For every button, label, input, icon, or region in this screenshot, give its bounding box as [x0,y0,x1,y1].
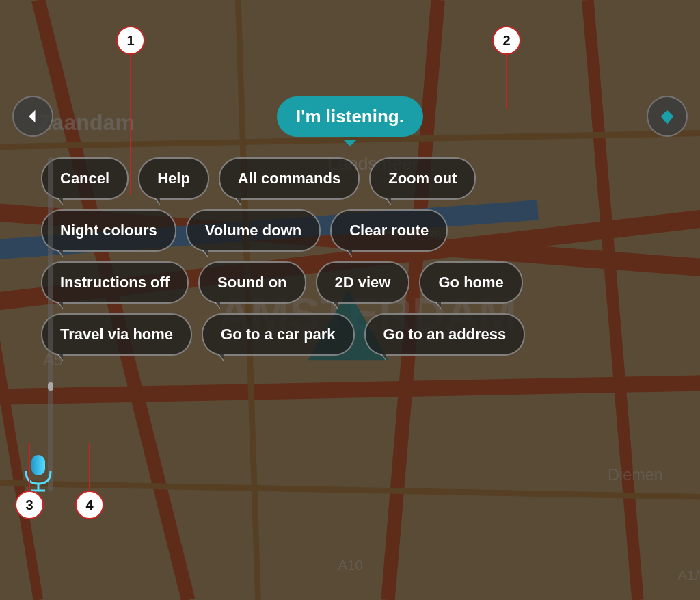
all-commands-button[interactable]: All commands [219,157,360,200]
cancel-button[interactable]: Cancel [41,157,129,200]
ann-line-3 [29,443,30,491]
location-button[interactable] [647,96,688,137]
2d-view-button[interactable]: 2D view [316,261,410,304]
zoom-out-button[interactable]: Zoom out [369,157,476,200]
annotation-3: 3 [15,491,44,519]
go-to-address-button[interactable]: Go to an address [364,313,526,356]
sound-on-button[interactable]: Sound on [198,261,306,304]
ann-line-2 [506,55,507,109]
annotation-2: 2 [492,26,521,55]
instructions-off-button[interactable]: Instructions off [41,261,189,304]
annotation-4: 4 [75,491,104,519]
command-row-4: Travel via home Go to a car park Go to a… [41,313,659,356]
annotation-1: 1 [116,26,145,55]
ann-line-1 [130,55,131,195]
travel-via-home-button[interactable]: Travel via home [41,313,192,356]
clear-route-button[interactable]: Clear route [330,209,448,252]
ann-line-4 [89,443,90,491]
help-button[interactable]: Help [138,157,209,200]
listening-bubble: I'm listening. [277,96,423,137]
command-row-3: Instructions off Sound on 2D view Go hom… [41,261,659,304]
voice-command-overlay: I'm listening. Cancel Help All commands … [0,0,700,600]
commands-grid: Cancel Help All commands Zoom out Night … [41,157,659,365]
go-to-car-park-button[interactable]: Go to a car park [202,313,355,356]
nav-bar: I'm listening. [0,96,700,137]
back-button[interactable] [12,96,53,137]
microphone-area [21,455,56,491]
svg-rect-25 [31,455,45,475]
command-row-2: Night colours Volume down Clear route [41,209,659,252]
volume-bar [48,157,53,491]
night-colours-button[interactable]: Night colours [41,209,176,252]
go-home-button[interactable]: Go home [419,261,522,304]
microphone-icon [21,455,56,491]
command-row-1: Cancel Help All commands Zoom out [41,157,659,200]
svg-marker-23 [29,110,35,123]
svg-marker-24 [661,110,674,125]
volume-indicator [48,382,53,391]
volume-down-button[interactable]: Volume down [186,209,321,252]
